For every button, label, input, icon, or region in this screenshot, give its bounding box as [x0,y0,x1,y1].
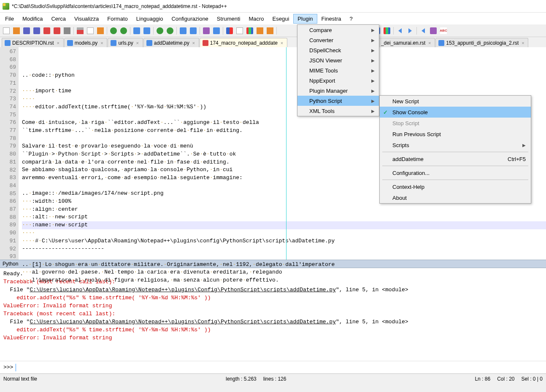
code-line-67[interactable]: ..·code::·python [22,72,546,80]
menu-?[interactable]: ? [345,14,357,24]
menu-esegui[interactable]: Esegui [268,14,294,24]
close-button[interactable] [42,26,51,35]
code-line-68[interactable] [22,80,546,88]
tab-4[interactable]: 174_macro_notepad_adddate× [200,38,287,47]
menu-finestra[interactable]: Finestra [317,14,346,24]
compare-prev-button[interactable] [395,26,405,35]
menu-label: DSpellCheck [309,47,341,54]
code-line-87[interactable]: ···· [22,229,546,237]
tab-6[interactable]: 153_appunti_di_psicologia_2.rst× [435,38,528,47]
console-input[interactable] [16,364,543,371]
pyscript-item-scripts[interactable]: Scripts▶ [380,140,531,150]
pyscript-item-show-console[interactable]: ✓Show Console [380,107,531,118]
close-tab-icon[interactable]: × [135,40,140,46]
open-file-button[interactable] [12,26,21,35]
file-icon [5,40,11,46]
close-tab-icon[interactable]: × [99,40,104,46]
zoom-in-button[interactable] [155,26,165,35]
copy-button[interactable] [86,26,95,35]
paste-button[interactable] [96,26,105,35]
menu-file[interactable]: File [1,14,18,24]
spell-button[interactable] [429,26,438,35]
menu-configurazione[interactable]: Configurazione [167,14,212,24]
code-line-91[interactable]: ..·[1]·Lo·shogun·era·un·dittatore·milita… [22,261,546,269]
pyscript-item-about[interactable]: About [380,192,531,203]
cut-button[interactable] [76,26,85,35]
undo-button[interactable] [109,26,118,35]
save-all-button[interactable] [32,26,41,35]
pyscript-item-context-help[interactable]: Context-Help [380,181,531,192]
sync-hscroll-button[interactable] [189,26,198,35]
plugin-item-python-script[interactable]: Python Script▶ [297,96,379,106]
macro-multi-button[interactable] [382,26,392,35]
plugin-item-json-viewer[interactable]: JSON Viewer▶ [297,55,379,65]
file-icon [438,40,444,46]
code-line-92[interactable]: ···al·governo·del·paese.·Nel·tempo·la·ca… [22,268,546,277]
menu-strumenti[interactable]: Strumenti [213,14,245,24]
close-tab-icon[interactable]: × [279,40,284,46]
plugin-item-dspellcheck[interactable]: DSpellCheck▶ [297,45,379,55]
code-line-69[interactable]: ····import·time [22,87,546,95]
menu-linguaggio[interactable]: Linguaggio [132,14,168,24]
pyscript-item-adddatetime[interactable]: addDatetimeCtrl+F5 [380,153,531,164]
plugin-item-compare[interactable]: Compare▶ [297,25,379,35]
plugin-item-plugin-manager[interactable]: Plugin Manager▶ [297,86,379,96]
tab-1[interactable]: models.py× [64,38,108,47]
plugin-item-mime-tools[interactable]: MIME Tools▶ [297,65,379,75]
close-tab-icon[interactable]: × [520,40,525,46]
python-script-submenu[interactable]: New Script✓Show ConsoleStop ScriptRun Pr… [379,95,531,204]
tab-0[interactable]: DESCRIPTION.rst× [2,38,64,47]
tab-label: addDatetime.py [154,40,189,46]
save-button[interactable] [22,26,31,35]
menu-modifica[interactable]: Modifica [18,14,47,24]
close-tab-icon[interactable]: × [427,40,432,46]
menu-macro[interactable]: Macro [244,14,268,24]
zoom-out-button[interactable] [165,26,175,35]
tab-2[interactable]: urls.py× [108,38,143,47]
spellcheck-button[interactable]: ABC [439,26,448,35]
find-button[interactable] [132,26,141,35]
plugin-item-converter[interactable]: Converter▶ [297,35,379,45]
plugin-dropdown[interactable]: Compare▶Converter▶DSpellCheck▶JSON Viewe… [297,24,379,116]
new-file-button[interactable] [2,26,11,35]
wordwrap-button[interactable] [202,26,211,35]
pyscript-item-configuration-[interactable]: Configuration... [380,167,531,178]
redo-button[interactable] [119,26,128,35]
close-tab-icon[interactable]: × [56,40,61,46]
pyscript-item-new-script[interactable]: New Script [380,96,531,107]
menu-label: addDatetime [392,156,424,162]
replace-button[interactable] [142,26,151,35]
submenu-arrow-icon: ▶ [371,28,375,32]
plugin-item-xml-tools[interactable]: XML Tools▶ [297,106,379,116]
all-chars-button[interactable] [212,26,221,35]
plugin-item-nppexport[interactable]: NppExport▶ [297,75,379,86]
code-line-90[interactable] [22,253,546,261]
menu-plugin[interactable]: Plugin [293,14,317,24]
menu-formato[interactable]: Formato [103,14,132,24]
tab-3[interactable]: addDatetime.py× [143,38,199,47]
sync-vscroll-button[interactable] [178,26,188,35]
close-all-button[interactable] [52,26,62,35]
close-tab-icon[interactable]: × [191,40,196,46]
pyscript-item-run-previous-script[interactable]: Run Previous Script [380,129,531,140]
code-line-89[interactable]: ------------------------- [22,245,546,253]
func-list-button[interactable] [255,26,265,35]
print-button[interactable] [62,26,72,35]
code-line-86[interactable]: ···:name:·new·script [22,221,546,229]
code-line-88[interactable]: ····#·C:\Users\user\AppData\Roaming\Note… [22,237,546,245]
compare-next-button[interactable] [405,26,415,35]
code-line-84[interactable]: ···:align:·center [22,206,546,214]
nav-back-button[interactable] [419,26,428,35]
submenu-arrow-icon: ▶ [371,109,375,113]
tab-5[interactable]: _dei_samurai.en.rst× [370,38,435,47]
folder-button[interactable] [265,26,275,35]
code-line-93[interactable]: ···l'imperatore·al·ruolo·di·figura·relig… [22,277,546,285]
indent-guide-button[interactable] [225,26,234,35]
doc-map-button[interactable] [245,26,254,35]
code-line-85[interactable]: ···:alt:··new·script [22,213,546,221]
lang-button[interactable] [235,26,244,35]
console-line: File "C:\Users\luciano\AppData\Roaming\N… [3,318,543,326]
menu-visualizza[interactable]: Visualizza [70,14,103,24]
menu-cerca[interactable]: Cerca [47,14,70,24]
menu-label: Plugin Manager [309,88,348,94]
